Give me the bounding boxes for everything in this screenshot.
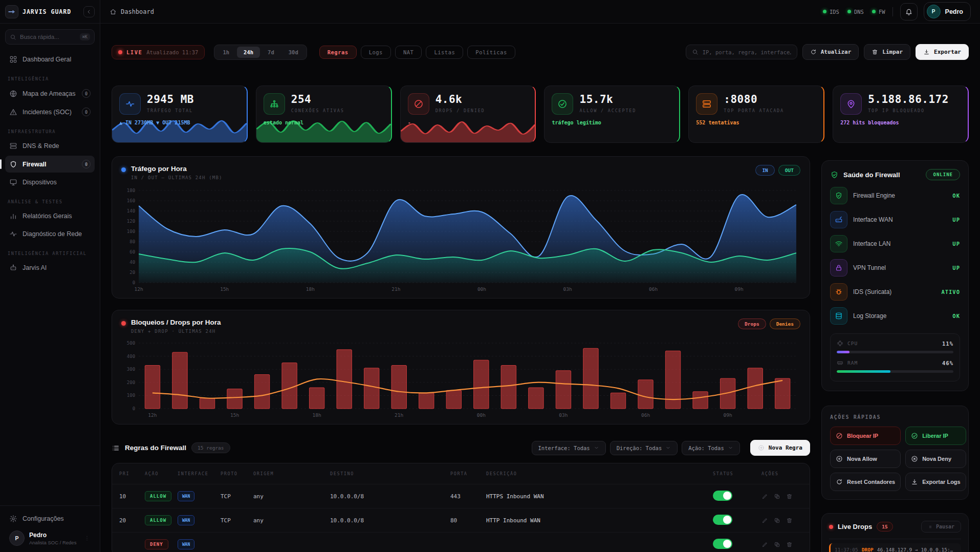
sidebar-item-label: Jarvis AI (23, 264, 47, 271)
svg-text:21h: 21h (395, 412, 403, 418)
cell-proto: TCP (221, 517, 253, 524)
filter-interface[interactable]: Interface: Todas (532, 441, 606, 455)
liberar-ip-button[interactable]: Liberar IP (905, 427, 966, 445)
sidebar-item-firewall[interactable]: Firewall0 (5, 156, 95, 173)
stat-label: TRÁFEGO TOTAL (147, 108, 194, 113)
rule-enabled-toggle[interactable] (713, 539, 732, 549)
legend-in[interactable]: IN (755, 165, 774, 176)
activity-icon (119, 93, 141, 115)
column-header-a-o: AÇÃO (145, 471, 178, 476)
live-drops-count: 15 (877, 522, 892, 532)
range-24h[interactable]: 24h (237, 47, 260, 58)
tab-pol-ticas[interactable]: Políticas (467, 46, 515, 59)
sidebar-collapse-button[interactable] (83, 6, 95, 17)
service-status-dns: DNS (847, 9, 864, 15)
brand-name: JARVIS GUARD (23, 8, 71, 15)
breadcrumb[interactable]: Dashboard (110, 8, 154, 15)
sidebar-item-configuracoes[interactable]: Configurações (5, 511, 95, 527)
sidebar-item-relat-rios-gerais[interactable]: Relatórios Gerais (5, 208, 95, 224)
stat-sub: ▲ IN 2730MB ▼ OUT 215MB (119, 120, 239, 125)
filter-dire-o[interactable]: Direção: Todas (610, 441, 678, 455)
sidebar-search[interactable]: Busca rápida... ⌘K (5, 29, 95, 45)
meter-value: 11% (942, 341, 953, 347)
sidebar-user[interactable]: P Pedro Analista SOC / Redes (5, 527, 95, 546)
tab-listas[interactable]: Listas (426, 46, 463, 59)
bloquear-ip-button[interactable]: Bloquear IP (830, 427, 901, 445)
refresh-button[interactable]: Atualizar (802, 44, 859, 60)
live-label: LIVE (126, 49, 142, 55)
sidebar-item-dashboard-geral[interactable]: Dashboard Geral (5, 51, 95, 68)
user-name: Pedro (945, 8, 963, 15)
chevron-down-icon (728, 445, 733, 451)
pause-button[interactable]: Pausar (921, 521, 961, 533)
drop-action: DROP (862, 547, 874, 552)
sidebar-item-jarvis-ai[interactable]: Jarvis AI (5, 260, 95, 276)
bell-icon (905, 8, 913, 16)
range-7d[interactable]: 7d (261, 47, 281, 58)
rule-enabled-toggle[interactable] (713, 491, 732, 501)
pencil-icon[interactable] (761, 517, 768, 524)
interface-badge: WAN (178, 539, 194, 549)
sidebar-item-dispositivos[interactable]: Dispositivos (5, 174, 95, 190)
nova-deny-button[interactable]: Nova Deny (905, 450, 966, 468)
svg-text:03h: 03h (563, 286, 572, 292)
copy-icon[interactable] (774, 517, 780, 524)
toolbar-search[interactable] (686, 45, 797, 59)
column-header-proto: PROTO (221, 471, 253, 476)
pencil-icon[interactable] (761, 493, 768, 500)
legend-drops[interactable]: Drops (738, 319, 766, 329)
nav-section-title: INTELIGÊNCIA ARTIFICIAL (8, 251, 92, 256)
tab-regras[interactable]: Regras (319, 46, 357, 59)
nova-allow-button[interactable]: Nova Allow (830, 450, 901, 468)
table-row[interactable]: 10ALLOWWANTCPany10.0.0.0/8443HTTPS Inbou… (112, 484, 810, 508)
clear-button[interactable]: Limpar (864, 44, 910, 60)
range-1h[interactable]: 1h (216, 47, 236, 58)
svg-text:500: 500 (127, 341, 135, 346)
filter-a-o[interactable]: Ação: Todas (682, 441, 740, 455)
topbar: Dashboard IDSDNSFW P Pedro (100, 0, 980, 24)
notifications-button[interactable] (900, 3, 918, 20)
stat-label: TOP PORTA ATACADA (724, 108, 784, 113)
sidebar-item-dns-rede[interactable]: DNS & Rede (5, 138, 95, 154)
svg-text:400: 400 (127, 354, 135, 359)
export-button[interactable]: Exportar (916, 44, 969, 60)
avatar: P (927, 5, 941, 18)
legend-out[interactable]: OUT (778, 165, 800, 176)
warning-icon (9, 108, 17, 116)
sidebar-item-incidentes-soc[interactable]: Incidentes (SOC)0 (5, 103, 95, 120)
rule-enabled-toggle[interactable] (713, 515, 732, 525)
bar-chart-icon (9, 212, 17, 220)
sidebar-item-diagn-stico-de-rede[interactable]: Diagnóstico de Rede (5, 226, 95, 242)
topbar-user-menu[interactable]: P Pedro (924, 2, 971, 21)
meter-bar (837, 351, 953, 353)
search-input[interactable] (703, 49, 791, 55)
health-row-vpn-tunnel: VPN TunnelUP (830, 259, 960, 277)
nav-section-title: INTELIGÊNCIA (8, 76, 92, 81)
dots-vertical-icon[interactable] (83, 535, 91, 542)
trash-icon[interactable] (786, 541, 793, 548)
reset-contadores-button[interactable]: Reset Contadores (830, 473, 901, 491)
column-header-destino: DESTINO (330, 471, 450, 476)
exportar-logs-button[interactable]: Exportar Logs (905, 473, 966, 491)
home-icon (110, 8, 117, 15)
bug-icon (830, 283, 847, 301)
stat-value: 4.6k (435, 93, 485, 105)
cell-destino: 10.0.0.0/8 (330, 517, 450, 524)
tab-logs[interactable]: Logs (361, 46, 391, 59)
router-icon (830, 211, 847, 228)
trash-icon[interactable] (786, 517, 793, 524)
new-rule-button[interactable]: Nova Regra (750, 440, 810, 456)
copy-icon[interactable] (774, 493, 780, 500)
sidebar-item-mapa-de-amea-as[interactable]: Mapa de Ameaças0 (5, 85, 95, 102)
quick-actions-title: AÇÕES RÁPIDAS (830, 414, 960, 420)
table-row[interactable]: DENYWAN (112, 532, 810, 552)
tab-nat[interactable]: NAT (395, 46, 422, 59)
copy-icon[interactable] (774, 541, 780, 548)
table-row[interactable]: 20ALLOWWANTCPany10.0.0.0/880HTTP Inbound… (112, 508, 810, 532)
health-label: Interface WAN (853, 216, 893, 223)
legend-denies[interactable]: Denies (770, 319, 800, 329)
trash-icon[interactable] (786, 493, 793, 500)
sidebar-search-placeholder: Busca rápida... (20, 34, 59, 40)
pencil-icon[interactable] (761, 541, 768, 548)
range-30d[interactable]: 30d (282, 47, 305, 58)
